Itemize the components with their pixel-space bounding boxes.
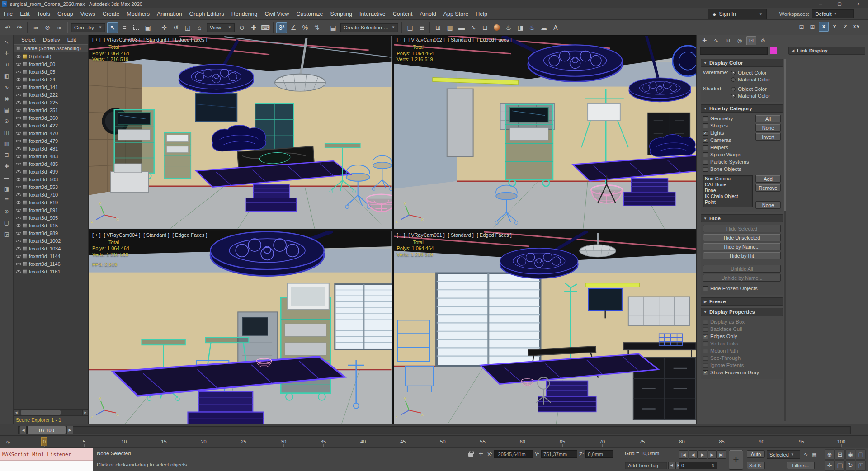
list-item[interactable]: foxart3d_1144	[14, 252, 88, 260]
ruler-tick[interactable]: 15	[161, 439, 166, 444]
rollout-header-hide[interactable]: ▼ Hide	[701, 214, 783, 222]
named-selection-sets-dropdown[interactable]: Create Selection Set▼	[340, 23, 398, 32]
select-and-scale-icon[interactable]: ◲	[182, 22, 193, 33]
checkbox-shapes[interactable]: Shapes	[703, 122, 753, 129]
visibility-eye-icon[interactable]	[16, 146, 21, 151]
hide-by-name-button[interactable]: Hide by Name...	[703, 243, 781, 250]
hide-unselected-button[interactable]: Hide Unselected	[703, 234, 781, 241]
curve-editor-icon[interactable]: ∿	[468, 22, 479, 33]
list-remove-button[interactable]: Remove	[755, 184, 781, 192]
render-production-icon[interactable]: ♨	[527, 22, 538, 33]
visibility-eye-icon[interactable]	[16, 123, 21, 128]
play-button[interactable]: ▶	[698, 450, 707, 459]
checkbox-cameras[interactable]: ✓Cameras	[703, 137, 753, 144]
mirror-icon[interactable]: ◫	[405, 22, 415, 33]
viewport-menu-camera[interactable]: [ VRayCam002 ]	[408, 37, 445, 42]
zoom-all-icon[interactable]: ⊞	[835, 449, 845, 460]
viewport-menu-options[interactable]: [ + ]	[92, 37, 101, 42]
set-key-mode-button[interactable]: Set K.	[747, 462, 765, 469]
checkbox-helpers[interactable]: Helpers	[703, 144, 753, 151]
zoom-region-icon[interactable]: ◲	[835, 460, 845, 471]
left-toolbar-icon[interactable]: ▢	[2, 218, 12, 228]
viewport-menu-mode[interactable]: [ Edged Faces ]	[477, 232, 512, 238]
edit-named-selection-sets-icon[interactable]: ▤	[328, 22, 339, 33]
minimize-button[interactable]: ─	[811, 0, 830, 8]
menu-create[interactable]: Create	[99, 8, 123, 19]
maximize-viewport-icon[interactable]: ◰	[856, 460, 866, 471]
snaps-toggle-icon[interactable]: 3³	[276, 22, 287, 33]
rollout-link-display[interactable]: ◀ Link Display	[788, 47, 865, 55]
key-filters-icon[interactable]: ▦	[811, 451, 818, 458]
select-and-rotate-icon[interactable]: ↺	[170, 22, 181, 33]
scroll-right-icon[interactable]: ▶	[82, 410, 88, 415]
tab-motion[interactable]: ◎	[735, 36, 745, 45]
checkbox-geometry[interactable]: Geometry	[703, 115, 753, 122]
rollout-header-hide-by-category[interactable]: ▼ Hide by Category	[701, 104, 783, 113]
list-item[interactable]: foxart3d_251	[14, 106, 88, 114]
list-item[interactable]: foxart3d_1034	[14, 245, 88, 252]
radio-shaded-object-color[interactable]: Object Color	[731, 85, 781, 92]
visibility-eye-icon[interactable]	[16, 69, 21, 75]
visibility-eye-icon[interactable]	[16, 184, 21, 190]
left-toolbar-icon[interactable]: ▤	[2, 105, 12, 115]
category-all-button[interactable]: All	[755, 115, 781, 122]
ruler-tick[interactable]: 100	[837, 439, 845, 444]
x-coordinate-field[interactable]: -20545,641m	[494, 450, 533, 458]
menu-file[interactable]: File	[0, 8, 16, 19]
explorer-menu-display[interactable]: Display	[40, 37, 63, 42]
checkbox-ignore-extents[interactable]: Ignore Extents	[703, 362, 781, 369]
ruler-tick[interactable]: 0	[43, 439, 46, 444]
pan-icon[interactable]: ✛	[825, 460, 835, 471]
checkbox-show-frozen-in-gray[interactable]: ✓Show Frozen in Gray	[703, 369, 781, 376]
close-button[interactable]: ×	[849, 0, 868, 8]
menu-tools[interactable]: Tools	[33, 8, 54, 19]
list-item[interactable]: 0 (default)	[14, 52, 88, 60]
viewport-canvas[interactable]	[89, 231, 392, 424]
mini-curve-editor-icon[interactable]: ∿	[4, 438, 13, 446]
key-filters-button[interactable]: Filters...	[787, 462, 815, 469]
menu-views[interactable]: Views	[77, 8, 99, 19]
previous-frame-arrow[interactable]: ◀	[20, 426, 27, 434]
list-item[interactable]: foxart3d_422	[14, 122, 88, 129]
list-item[interactable]: foxart3d_989	[14, 229, 88, 237]
schematic-view-icon[interactable]: ⊟	[480, 22, 491, 33]
visibility-eye-icon[interactable]	[16, 100, 21, 105]
left-toolbar-icon[interactable]: ◫	[2, 127, 12, 137]
list-item[interactable]: foxart3d_225	[14, 99, 88, 106]
key-selection-dropdown[interactable]: Selected ▼	[767, 450, 800, 459]
list-item[interactable]: foxart3d_470	[14, 129, 88, 137]
zoom-icon[interactable]: ⊕	[825, 449, 835, 460]
viewport-menu-mode[interactable]: [ Edged Faces ]	[172, 37, 207, 42]
absolute-mode-icon[interactable]: ✛	[477, 450, 485, 457]
spinner-icon[interactable]: ⇅	[711, 463, 715, 468]
list-item[interactable]: foxart3d_141	[14, 83, 88, 91]
viewport-menu-options[interactable]: [ + ]	[92, 232, 101, 238]
viewport-canvas[interactable]	[89, 36, 392, 229]
left-toolbar-icon[interactable]: ▬	[2, 173, 12, 183]
left-toolbar-icon[interactable]: ◧	[2, 71, 12, 81]
ruler-tick[interactable]: 45	[400, 439, 406, 444]
axis-x-constraint-button[interactable]: X	[819, 22, 829, 32]
render-setup-icon[interactable]: ♨	[503, 22, 514, 33]
maxscript-mini-listener[interactable]: MAXScript Mini Listener	[0, 448, 93, 471]
spinner-snap-icon[interactable]: ⇅	[311, 22, 322, 33]
ruler-tick[interactable]: 75	[639, 439, 645, 444]
track-bar[interactable]: ∿ 05101520253035404550556065707580859095…	[0, 435, 868, 448]
ruler-tick[interactable]: 90	[759, 439, 764, 444]
left-toolbar-icon[interactable]: ✚	[2, 161, 12, 171]
viewport-menu-shading[interactable]: [ Standard ]	[448, 37, 474, 42]
visibility-eye-icon[interactable]	[16, 246, 21, 251]
left-toolbar-icon[interactable]: ⊟	[2, 150, 12, 160]
explorer-menu-edit[interactable]: Edit	[64, 37, 80, 42]
y-coordinate-field[interactable]: 751,37mm	[541, 450, 577, 458]
list-item[interactable]: foxart3d_481	[14, 145, 88, 152]
left-toolbar-icon[interactable]: ▥	[2, 139, 12, 149]
visibility-eye-icon[interactable]	[16, 261, 21, 267]
listener-input-row[interactable]	[0, 460, 93, 471]
toggle-layer-explorer-icon[interactable]: ▥	[444, 22, 455, 33]
current-frame-field[interactable]: 0 ⇅	[679, 462, 717, 469]
left-toolbar-icon[interactable]: ◨	[2, 184, 12, 194]
redo-icon[interactable]: ↷	[14, 22, 25, 33]
visibility-eye-icon[interactable]	[16, 207, 21, 213]
visibility-eye-icon[interactable]	[16, 231, 21, 236]
